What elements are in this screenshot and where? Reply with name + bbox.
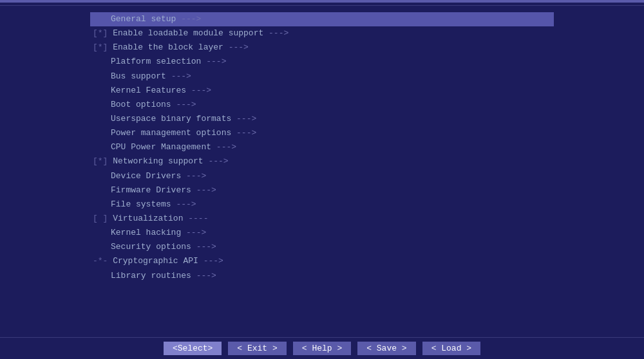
- menu-label: Kernel hacking: [111, 228, 186, 237]
- terminal-window: General setup --->[*] Enable loadable mo…: [0, 0, 644, 359]
- menu-arrow: --->: [204, 256, 223, 266]
- help-btn[interactable]: < Help >: [293, 342, 351, 355]
- menu-arrow: --->: [229, 42, 249, 52]
- exit-btn[interactable]: < Exit >: [228, 342, 286, 355]
- menu-label: Networking support: [113, 156, 208, 166]
- menu-item-block-layer[interactable]: [*] Enable the block layer --->: [90, 41, 554, 55]
- menu-label: General setup: [111, 14, 181, 24]
- menu-label: Kernel Features: [111, 86, 191, 95]
- menu-arrow: --->: [196, 242, 216, 252]
- menu-arrow: ----: [188, 214, 208, 223]
- menu-item-cryptographic-api[interactable]: -*- Cryptographic API --->: [90, 254, 554, 268]
- menu-item-firmware-drivers[interactable]: Firmware Drivers --->: [90, 183, 554, 198]
- menu-item-general-setup[interactable]: General setup --->: [90, 12, 554, 26]
- menu-arrow: --->: [191, 86, 211, 95]
- menu-arrow: --->: [206, 57, 226, 66]
- menu-item-boot-options[interactable]: Boot options --->: [90, 98, 554, 112]
- menu-label: Platform selection: [111, 57, 206, 66]
- menu-label: File systems: [111, 199, 176, 209]
- menu-label: Firmware Drivers: [111, 185, 196, 195]
- save-btn[interactable]: < Save >: [357, 342, 415, 355]
- menu-bracket: [ ]: [93, 214, 113, 223]
- menu-arrow: --->: [181, 14, 201, 24]
- menu-arrow: --->: [186, 228, 206, 237]
- menu-label: Enable the block layer: [113, 42, 228, 52]
- menu-arrow: --->: [176, 100, 196, 109]
- menu-bracket: -*-: [93, 256, 113, 266]
- menu-item-virtualization[interactable]: [ ] Virtualization ----: [90, 212, 554, 226]
- menu-item-networking-support[interactable]: [*] Networking support --->: [90, 154, 554, 169]
- menu-label: Enable loadable module support: [113, 28, 269, 38]
- menu-label: Power management options: [111, 128, 236, 138]
- menu-label: Bus support: [111, 71, 171, 81]
- menu-arrow: --->: [196, 271, 216, 281]
- menu-item-power-management[interactable]: Power management options --->: [90, 126, 554, 140]
- select-btn[interactable]: <Select>: [164, 342, 222, 355]
- menu-arrow: --->: [171, 71, 191, 81]
- menu-item-library-routines[interactable]: Library routines --->: [90, 269, 554, 283]
- menu-bracket: [*]: [93, 156, 113, 166]
- bottom-bar: <Select>< Exit >< Help >< Save >< Load >: [0, 337, 644, 359]
- menu-item-file-systems[interactable]: File systems --->: [90, 198, 554, 212]
- load-btn[interactable]: < Load >: [422, 342, 480, 355]
- menu-bracket: [*]: [93, 42, 113, 52]
- menu-item-loadable-module[interactable]: [*] Enable loadable module support --->: [90, 26, 554, 41]
- menu-arrow: --->: [186, 171, 206, 181]
- menu-arrow: --->: [236, 128, 256, 138]
- menu-label: Boot options: [111, 100, 176, 109]
- menu-item-platform-selection[interactable]: Platform selection --->: [90, 55, 554, 69]
- menu-label: Virtualization: [113, 214, 188, 223]
- menu-item-userspace-binary[interactable]: Userspace binary formats --->: [90, 112, 554, 126]
- menu-arrow: --->: [216, 142, 236, 152]
- menu-arrow: --->: [176, 199, 196, 209]
- menu-arrow: --->: [208, 156, 228, 166]
- menu-item-security-options[interactable]: Security options --->: [90, 240, 554, 254]
- menu-box: General setup --->[*] Enable loadable mo…: [90, 12, 554, 283]
- menu-arrow: --->: [196, 185, 216, 195]
- menu-label: Cryptographic API: [113, 256, 203, 266]
- menu-label: Security options: [111, 242, 196, 252]
- menu-item-bus-support[interactable]: Bus support --->: [90, 69, 554, 84]
- menu-item-cpu-power[interactable]: CPU Power Management --->: [90, 140, 554, 154]
- menu-item-kernel-hacking[interactable]: Kernel hacking --->: [90, 226, 554, 240]
- main-content: General setup --->[*] Enable loadable mo…: [0, 6, 644, 337]
- menu-arrow: --->: [236, 114, 256, 124]
- menu-label: CPU Power Management: [111, 142, 216, 152]
- menu-label: Device Drivers: [111, 171, 186, 181]
- menu-label: Library routines: [111, 271, 196, 281]
- menu-bracket: [*]: [93, 28, 113, 38]
- menu-label: Userspace binary formats: [111, 114, 236, 124]
- menu-arrow: --->: [269, 28, 289, 38]
- menu-item-kernel-features[interactable]: Kernel Features --->: [90, 84, 554, 98]
- menu-item-device-drivers[interactable]: Device Drivers --->: [90, 169, 554, 183]
